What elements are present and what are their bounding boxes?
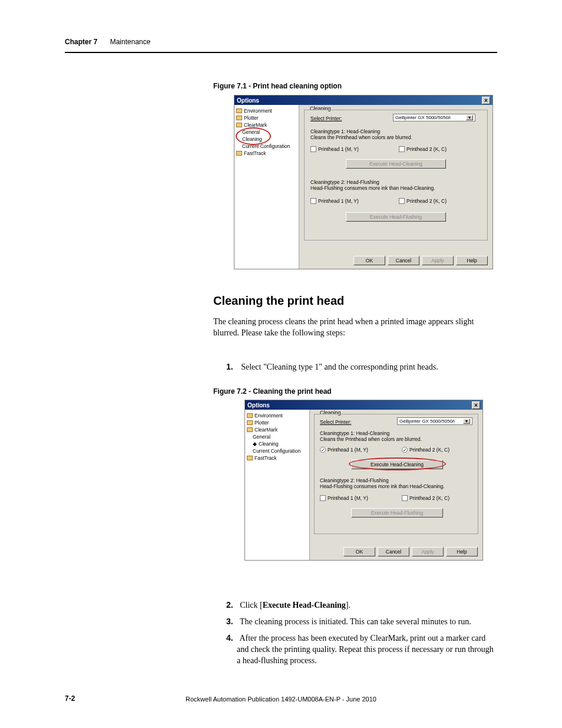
nav-tree[interactable]: Environment Plotter ClearMark General Cl… bbox=[234, 105, 299, 269]
options-dialog-2: Options × Environment Plotter ClearMark … bbox=[244, 400, 483, 561]
dialog-button-row: OK Cancel Apply Help bbox=[343, 547, 478, 556]
step-text: The cleaning process is initiated. This … bbox=[240, 617, 471, 626]
ct2-desc: Head-Flushing consumes more ink than Hea… bbox=[310, 185, 435, 191]
tree-clearmark[interactable]: ClearMark bbox=[236, 121, 297, 129]
ok-button[interactable]: OK bbox=[343, 547, 375, 556]
tree-plotter[interactable]: Plotter bbox=[236, 114, 297, 121]
printer-dropdown[interactable]: GeBpinter GX 5000/5050/i ▼ bbox=[393, 114, 475, 121]
figure-7-1-caption: Figure 7.1 - Print head cleaning option bbox=[213, 82, 342, 90]
chevron-down-icon[interactable]: ▼ bbox=[463, 419, 470, 424]
folder-icon bbox=[247, 456, 253, 460]
ct1-title: Cleaningtype 1: Head-Cleaning bbox=[320, 430, 389, 436]
ct2-printhead1-checkbox[interactable]: Printhead 1 (M, Y) bbox=[320, 495, 368, 501]
nav-tree[interactable]: Environment Plotter ClearMark General ◆ … bbox=[245, 410, 310, 560]
cleaning-group: Select Printer: GeBpinter GX 5000/5050/i… bbox=[304, 110, 488, 241]
checkbox-icon bbox=[320, 495, 326, 501]
execute-head-flushing-button[interactable]: Execute Head-Flushing bbox=[346, 212, 446, 222]
folder-icon bbox=[247, 413, 253, 418]
ct1-title: Cleaningtype 1: Head-Cleaning bbox=[310, 129, 380, 134]
step-number: 2. bbox=[226, 600, 233, 610]
step-1: 1. Select "Cleaning type 1" and the corr… bbox=[226, 362, 497, 372]
folder-icon bbox=[236, 116, 242, 120]
dialog-title: Options bbox=[237, 97, 259, 104]
checkbox-label: Printhead 2 (K, C) bbox=[409, 447, 449, 453]
checkbox-label: Printhead 2 (K, C) bbox=[406, 146, 447, 152]
steps-list: 2. Click [Execute Head-Cleaning]. 3. The… bbox=[226, 599, 497, 671]
step-number: 1. bbox=[226, 362, 233, 371]
tree-plotter[interactable]: Plotter bbox=[247, 419, 308, 426]
folder-icon bbox=[236, 108, 242, 113]
highlight-circle bbox=[349, 457, 446, 470]
tree-clearmark[interactable]: ClearMark bbox=[247, 426, 308, 433]
step-2: 2. Click [Execute Head-Cleaning]. bbox=[226, 599, 497, 611]
titlebar: Options × bbox=[234, 95, 492, 105]
ok-button[interactable]: OK bbox=[353, 256, 385, 265]
ct1-desc: Cleans the Printhead when colors are blu… bbox=[310, 134, 412, 140]
cancel-button[interactable]: Cancel bbox=[378, 547, 409, 556]
tree-cleaning[interactable]: ◆ Cleaning bbox=[247, 440, 308, 447]
tree-general[interactable]: General bbox=[247, 433, 308, 440]
ct1-printhead1-checkbox[interactable]: Printhead 1 (M, Y) bbox=[310, 146, 359, 152]
header-rule bbox=[65, 52, 497, 53]
publication-id: Rockwell Automation Publication 1492-UM0… bbox=[0, 696, 562, 703]
tree-fasttrack[interactable]: FastTrack bbox=[236, 150, 297, 157]
ct1-printhead2-checkbox[interactable]: Printhead 2 (K, C) bbox=[399, 146, 447, 152]
checkbox-label: Printhead 1 (M, Y) bbox=[318, 146, 359, 152]
chevron-down-icon[interactable]: ▼ bbox=[466, 115, 473, 120]
close-icon[interactable]: × bbox=[482, 97, 490, 104]
step-3: 3. The cleaning process is initiated. Th… bbox=[226, 616, 497, 628]
dialog-title: Options bbox=[247, 402, 270, 409]
section-heading: Cleaning the print head bbox=[213, 294, 344, 308]
tree-current-config[interactable]: Current Configuration bbox=[247, 447, 308, 454]
checkbox-icon bbox=[399, 146, 405, 152]
checkbox-icon: ✓ bbox=[402, 447, 408, 453]
right-pane: Select Printer: GeBpinter GX 5000/5050/i… bbox=[310, 410, 482, 560]
help-button[interactable]: Help bbox=[446, 547, 478, 556]
cleaning-group: Select Printer: GeBpinter GX 5000/5050/i… bbox=[314, 414, 478, 534]
checkbox-label: Printhead 1 (M, Y) bbox=[318, 198, 359, 204]
help-button[interactable]: Help bbox=[456, 256, 488, 265]
section-label: Maintenance bbox=[110, 38, 151, 46]
step-text: Select "Cleaning type 1" and the corresp… bbox=[241, 363, 438, 371]
checkbox-icon bbox=[399, 198, 405, 204]
ct1-desc: Cleans the Printhead when colors are blu… bbox=[320, 436, 422, 442]
ct2-printhead2-checkbox[interactable]: Printhead 2 (K, C) bbox=[399, 198, 447, 204]
folder-icon bbox=[236, 151, 242, 156]
folder-icon bbox=[247, 427, 253, 432]
checkbox-icon bbox=[402, 495, 408, 501]
step-text-a: Click [ bbox=[240, 601, 263, 610]
execute-head-flushing-button[interactable]: Execute Head-Flushing bbox=[351, 508, 443, 518]
cancel-button[interactable]: Cancel bbox=[388, 256, 419, 265]
page-header: Chapter 7 Maintenance bbox=[65, 38, 150, 46]
step-text-c: ]. bbox=[346, 601, 351, 610]
printer-value: GeBpinter GX 5000/5050/i bbox=[399, 419, 455, 424]
dialog-button-row: OK Cancel Apply Help bbox=[353, 256, 488, 265]
printer-dropdown[interactable]: GeBpinter GX 5000/5050/i ▼ bbox=[397, 417, 472, 425]
ct2-printhead2-checkbox[interactable]: Printhead 2 (K, C) bbox=[402, 495, 449, 501]
tree-environment[interactable]: Environment bbox=[247, 412, 308, 419]
step-bold: Execute Head-Cleaning bbox=[263, 601, 346, 610]
close-icon[interactable]: × bbox=[472, 401, 480, 409]
checkbox-icon bbox=[310, 198, 316, 204]
titlebar: Options × bbox=[245, 400, 482, 410]
step-number: 4. bbox=[226, 633, 233, 643]
highlight-circle bbox=[236, 127, 271, 145]
tree-fasttrack[interactable]: FastTrack bbox=[247, 454, 308, 462]
step-text: After the process has been executed by C… bbox=[237, 634, 494, 665]
select-printer-label: Select Printer: bbox=[320, 419, 351, 425]
checkbox-icon: ✓ bbox=[320, 447, 326, 453]
tree-environment[interactable]: Environment bbox=[236, 107, 297, 114]
ct2-printhead1-checkbox[interactable]: Printhead 1 (M, Y) bbox=[310, 198, 359, 204]
options-dialog-1: Options × Environment Plotter ClearMark … bbox=[234, 95, 493, 269]
ct2-desc: Head-Flushing consumes more ink than Hea… bbox=[320, 483, 445, 489]
ct2-title: Cleaningtype 2: Head-Flushing bbox=[310, 179, 379, 185]
printer-value: GeBpinter GX 5000/5050/i bbox=[395, 115, 451, 120]
ct1-printhead2-checkbox[interactable]: ✓ Printhead 2 (K, C) bbox=[402, 447, 449, 453]
execute-head-cleaning-button[interactable]: Execute Head-Cleaning bbox=[346, 159, 446, 169]
ct1-printhead1-checkbox[interactable]: ✓ Printhead 1 (M, Y) bbox=[320, 447, 368, 453]
apply-button[interactable]: Apply bbox=[422, 256, 454, 265]
figure-7-2-caption: Figure 7.2 - Cleaning the print head bbox=[213, 387, 332, 396]
apply-button[interactable]: Apply bbox=[412, 547, 444, 556]
checkbox-label: Printhead 2 (K, C) bbox=[409, 495, 449, 501]
checkbox-label: Printhead 1 (M, Y) bbox=[328, 495, 368, 501]
